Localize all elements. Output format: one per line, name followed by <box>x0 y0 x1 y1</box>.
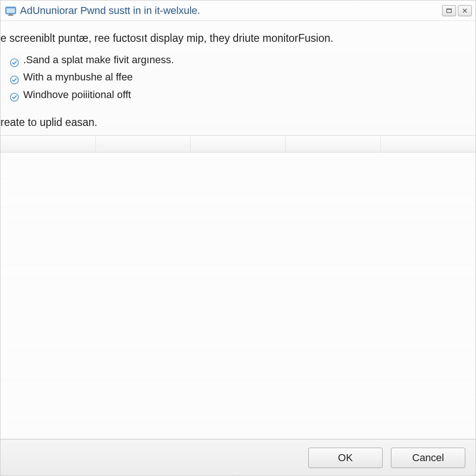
intro-text: e screeniblt puntæ, ree fuctosıt display… <box>0 28 476 51</box>
app-icon <box>5 6 16 16</box>
check-icon <box>10 55 19 65</box>
column-header[interactable] <box>286 136 381 152</box>
list-body <box>0 152 476 439</box>
feature-label: Windhove poiiitional offt <box>23 86 131 103</box>
feature-item: Windhove poiiitional offt <box>10 86 471 103</box>
feature-label: .Sand a splat make fivit argıness. <box>23 51 174 68</box>
svg-rect-1 <box>7 8 15 13</box>
window-title: AdUnuniorar Pwnd sustt in in it-welxule. <box>20 5 442 17</box>
column-header[interactable] <box>96 136 191 152</box>
minimize-button[interactable] <box>442 5 456 16</box>
column-header[interactable] <box>0 136 96 152</box>
feature-item: .Sand a splat make fivit argıness. <box>10 51 471 68</box>
svg-rect-2 <box>9 14 13 15</box>
window-controls <box>442 5 472 16</box>
title-bar: AdUnuniorar Pwnd sustt in in it-welxule. <box>0 0 476 21</box>
ok-button[interactable]: OK <box>308 448 383 468</box>
feature-item: With a mynbushe al ffee <box>10 68 471 86</box>
feature-list: .Sand a splat make fivit argıness. With … <box>0 51 476 108</box>
section-label: reate to uplid easan. <box>0 108 476 135</box>
close-button[interactable] <box>458 5 472 16</box>
column-header[interactable] <box>191 136 286 152</box>
dialog-content: e screeniblt puntæ, ree fuctosıt display… <box>0 21 476 476</box>
cancel-button[interactable]: Cancel <box>391 448 465 468</box>
svg-rect-3 <box>8 15 13 16</box>
dialog-footer: OK Cancel <box>0 439 476 476</box>
list-view[interactable] <box>0 135 476 439</box>
feature-label: With a mynbushe al ffee <box>23 68 133 86</box>
check-icon <box>10 90 19 99</box>
list-header <box>0 136 476 152</box>
dialog-window: AdUnuniorar Pwnd sustt in in it-welxule.… <box>0 0 476 476</box>
check-icon <box>10 73 19 82</box>
column-header[interactable] <box>381 136 476 152</box>
